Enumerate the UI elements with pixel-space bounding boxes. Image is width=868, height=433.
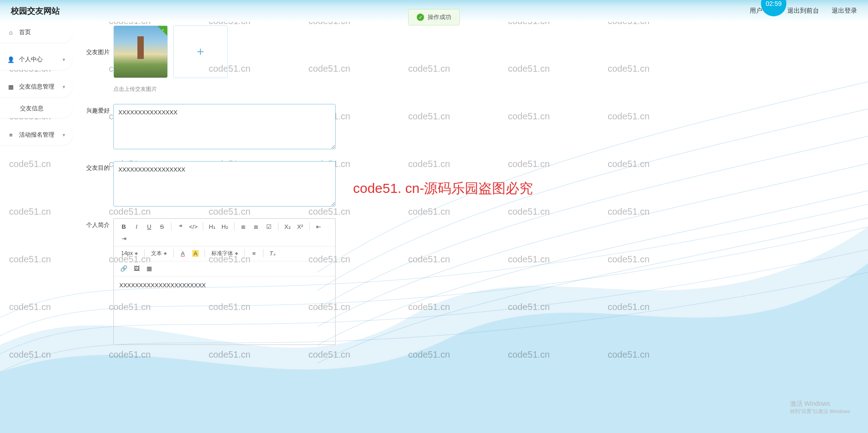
subscript-button[interactable]: X₂ — [282, 221, 293, 231]
nav-friend-mgmt[interactable]: ▦ 交友信息管理 ▾ — [0, 76, 73, 97]
underline-button[interactable]: U — [144, 221, 155, 231]
text-color-button[interactable]: A — [177, 248, 188, 258]
nav-profile[interactable]: 👤 个人中心 ▾ — [0, 49, 73, 70]
form-content: 交友图片 ✓ + 点击上传交友图片 兴趣爱好 交友目的 个人简介 B I U S — [86, 25, 859, 357]
text-menu-select[interactable]: 文本◆ — [148, 250, 170, 257]
windows-activation: 激活 Windows 转到"设置"以激活 Windows — [790, 400, 850, 415]
h1-button[interactable]: H₁ — [207, 221, 218, 231]
indent-button[interactable]: ⇤ — [313, 221, 324, 231]
chevron-down-icon: ▾ — [63, 84, 65, 90]
nav-home[interactable]: ⌂ 首页 — [0, 22, 73, 43]
code-button[interactable]: </> — [188, 221, 199, 231]
editor-toolbar-row2: 14px◆ 文本◆ A A 标准字体◆ ≡ Tₓ — [114, 246, 335, 261]
checklist-button[interactable]: ☑ — [263, 221, 274, 231]
outdent-button[interactable]: ⇥ — [118, 233, 129, 243]
plus-icon: + — [197, 44, 204, 59]
uploaded-image[interactable]: ✓ — [113, 25, 168, 78]
h2-button[interactable]: H₂ — [219, 221, 230, 231]
ul-button[interactable]: ≣ — [238, 221, 249, 231]
image-button[interactable]: 🖼 — [131, 263, 142, 273]
image-label: 交友图片 — [86, 25, 113, 56]
user-icon: 👤 — [7, 56, 15, 63]
rich-editor: B I U S ❝ </> H₁ H₂ ≣ ≣ ☑ X₂ X² ⇤ ⇥ — [113, 218, 336, 345]
nav-friend-info[interactable]: 交友信息 — [0, 99, 73, 118]
chevron-down-icon: ▾ — [63, 57, 65, 63]
chevron-down-icon: ▾ — [63, 132, 65, 138]
editor-toolbar-row1: B I U S ❝ </> H₁ H₂ ≣ ≣ ☑ X₂ X² ⇤ ⇥ — [114, 219, 335, 246]
quote-button[interactable]: ❝ — [175, 221, 186, 231]
bold-button[interactable]: B — [118, 221, 129, 231]
success-toast: ✓ 操作成功 — [408, 9, 460, 25]
goal-label: 交友目的 — [86, 161, 113, 172]
upload-hint: 点击上传交友图片 — [113, 85, 859, 93]
italic-button[interactable]: I — [131, 221, 142, 231]
goal-textarea[interactable] — [113, 161, 336, 207]
align-button[interactable]: ≡ — [249, 248, 259, 258]
list-icon: ≡ — [7, 131, 15, 138]
site-title: 校园交友网站 — [11, 5, 60, 16]
font-family-select[interactable]: 标准字体◆ — [209, 250, 241, 257]
grid-icon: ▦ — [7, 83, 15, 90]
upload-button[interactable]: + — [173, 25, 228, 78]
bg-color-button[interactable]: A — [190, 248, 201, 258]
link-button[interactable]: 🔗 — [118, 263, 129, 273]
font-size-select[interactable]: 14px◆ — [118, 250, 141, 256]
toast-text: 操作成功 — [428, 13, 451, 21]
editor-body[interactable]: XXXXXXXXXXXXXXXXXXXXXX — [114, 276, 335, 344]
ol-button[interactable]: ≣ — [251, 221, 262, 231]
strike-button[interactable]: S — [156, 221, 167, 231]
hobby-label: 兴趣爱好 — [86, 104, 113, 115]
logout-front-link[interactable]: 退出到前台 — [787, 7, 819, 15]
nav-activity[interactable]: ≡ 活动报名管理 ▾ — [0, 124, 73, 145]
sidebar: ⌂ 首页 👤 个人中心 ▾ ▦ 交友信息管理 ▾ 交友信息 ≡ 活动报名管理 ▾ — [0, 22, 73, 152]
hobby-textarea[interactable] — [113, 104, 336, 149]
check-icon: ✓ — [417, 14, 424, 21]
superscript-button[interactable]: X² — [295, 221, 306, 231]
home-icon: ⌂ — [7, 29, 15, 36]
logout-link[interactable]: 退出登录 — [832, 7, 857, 15]
video-button[interactable]: ▦ — [144, 263, 155, 273]
editor-toolbar-row3: 🔗 🖼 ▦ — [114, 261, 335, 276]
clear-format-button[interactable]: Tₓ — [267, 248, 278, 258]
intro-label: 个人简介 — [86, 218, 113, 229]
